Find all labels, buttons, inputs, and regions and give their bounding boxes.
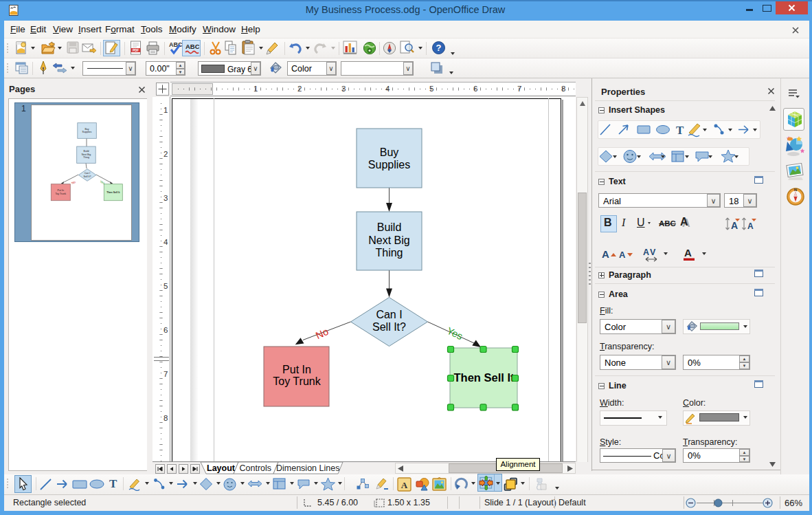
svg-text:A: A	[643, 248, 649, 257]
svg-text:No: No	[314, 326, 330, 341]
svg-text:Thing: Thing	[375, 247, 403, 259]
svg-text:Sell It?: Sell It?	[84, 175, 91, 178]
svg-text:Yes: Yes	[445, 325, 464, 342]
svg-text:?: ?	[436, 43, 442, 53]
svg-text:No: No	[71, 180, 76, 185]
svg-text:Next Big: Next Big	[82, 153, 91, 156]
svg-text:Put In: Put In	[282, 364, 311, 375]
svg-text:Layout: Layout	[207, 463, 236, 473]
svg-text:A: A	[747, 221, 754, 231]
svg-text:Buy: Buy	[380, 146, 399, 158]
svg-text:Build: Build	[84, 150, 89, 153]
svg-text:Then Sell It: Then Sell It	[453, 371, 515, 384]
svg-text:Put In: Put In	[58, 189, 64, 192]
svg-text:Controls: Controls	[240, 463, 272, 473]
svg-text:Build: Build	[377, 221, 402, 233]
svg-text:Toy Trunk: Toy Trunk	[56, 193, 67, 195]
svg-text:Next Big: Next Big	[368, 234, 409, 246]
svg-text:Sell It?: Sell It?	[372, 321, 406, 333]
svg-text:A: A	[619, 250, 626, 260]
svg-text:A: A	[684, 247, 692, 259]
svg-text:A: A	[401, 480, 408, 490]
svg-text:ABC: ABC	[169, 41, 183, 48]
svg-text:PDF: PDF	[133, 49, 139, 52]
svg-text:Supplies: Supplies	[368, 159, 410, 171]
svg-text:Dimension Lines: Dimension Lines	[276, 463, 339, 473]
svg-text:Buy: Buy	[84, 128, 89, 131]
svg-text:Then Sell It: Then Sell It	[106, 191, 120, 194]
svg-text:Thing: Thing	[83, 156, 89, 159]
svg-text:Supplies: Supplies	[82, 131, 92, 133]
svg-text:Can I: Can I	[84, 172, 91, 175]
svg-text:A: A	[602, 248, 609, 260]
svg-text:N: N	[794, 188, 797, 192]
svg-text:A: A	[731, 220, 738, 231]
svg-text:Toy Trunk: Toy Trunk	[273, 375, 321, 387]
svg-text:ABC: ABC	[185, 43, 199, 50]
svg-text:Can I: Can I	[376, 309, 402, 320]
svg-text:T: T	[676, 124, 684, 137]
svg-text:V: V	[650, 248, 656, 257]
